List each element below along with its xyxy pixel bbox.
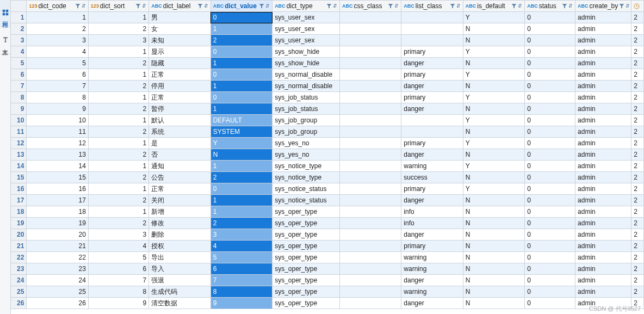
- cell-dict_type[interactable]: sys_oper_type: [273, 206, 340, 218]
- cell-create_tm[interactable]: 2: [631, 46, 644, 58]
- cell-dict_value[interactable]: 6: [210, 263, 272, 275]
- row-number-cell[interactable]: 24: [11, 275, 27, 286]
- cell-list_class[interactable]: warning: [401, 286, 463, 298]
- cell-dict_code[interactable]: 3: [27, 35, 88, 46]
- cell-dict_sort[interactable]: 1: [88, 46, 148, 58]
- cell-css_class[interactable]: [339, 161, 401, 172]
- table-row[interactable]: 21214授权4sys_oper_typeprimaryN0admin2: [11, 241, 644, 252]
- row-number-cell[interactable]: 22: [11, 252, 27, 263]
- cell-dict_label[interactable]: 隐藏: [149, 58, 210, 69]
- cell-dict_sort[interactable]: 2: [88, 103, 148, 115]
- cell-create_tm[interactable]: 2: [631, 195, 644, 206]
- cell-is_default[interactable]: Y: [463, 161, 524, 172]
- cell-dict_sort[interactable]: 1: [88, 138, 148, 149]
- table-row[interactable]: 333未知2sys_user_sexN0admin2: [11, 35, 644, 46]
- cell-create_by[interactable]: admin: [575, 126, 631, 138]
- cell-dict_code[interactable]: 5: [27, 58, 88, 69]
- cell-dict_value[interactable]: 1: [210, 206, 272, 218]
- cell-create_tm[interactable]: 2: [631, 103, 644, 115]
- cell-create_by[interactable]: admin: [575, 241, 631, 252]
- cell-dict_code[interactable]: 18: [27, 206, 88, 218]
- cell-list_class[interactable]: primary: [401, 241, 463, 252]
- cell-dict_type[interactable]: sys_oper_type: [273, 218, 340, 229]
- cell-dict_type[interactable]: sys_notice_type: [273, 161, 340, 172]
- table-row[interactable]: 881正常0sys_job_statusprimaryY0admin2: [11, 92, 644, 103]
- cell-dict_type[interactable]: sys_oper_type: [273, 241, 340, 252]
- cell-dict_code[interactable]: 26: [27, 298, 88, 309]
- cell-dict_code[interactable]: 8: [27, 92, 88, 103]
- table-row[interactable]: 20203删除3sys_oper_typedangerN0admin2: [11, 229, 644, 241]
- cell-dict_sort[interactable]: 6: [88, 263, 148, 275]
- cell-create_by[interactable]: admin: [575, 252, 631, 263]
- cell-create_by[interactable]: admin: [575, 263, 631, 275]
- cell-dict_type[interactable]: sys_yes_no: [273, 138, 340, 149]
- filter-icon[interactable]: [450, 3, 455, 9]
- cell-is_default[interactable]: N: [463, 58, 524, 69]
- cell-dict_label[interactable]: 正常: [149, 69, 210, 81]
- cell-create_by[interactable]: admin: [575, 206, 631, 218]
- column-header-dict_value[interactable]: ABCdict_value⇵: [210, 1, 272, 12]
- row-number-cell[interactable]: 21: [11, 241, 27, 252]
- cell-is_default[interactable]: Y: [463, 183, 524, 195]
- cell-dict_code[interactable]: 10: [27, 115, 88, 126]
- cell-is_default[interactable]: N: [463, 149, 524, 161]
- cell-dict_type[interactable]: sys_oper_type: [273, 286, 340, 298]
- row-number-cell[interactable]: 16: [11, 183, 27, 195]
- cell-dict_type[interactable]: sys_oper_type: [273, 229, 340, 241]
- sort-icon[interactable]: ⇵: [394, 3, 399, 9]
- cell-dict_code[interactable]: 2: [27, 23, 88, 35]
- cell-dict_label[interactable]: 系统: [149, 126, 210, 138]
- table-row[interactable]: 11112系统SYSTEMsys_job_groupN0admin2: [11, 126, 644, 138]
- cell-is_default[interactable]: N: [463, 23, 524, 35]
- cell-status[interactable]: 0: [525, 46, 575, 58]
- row-number-cell[interactable]: 13: [11, 149, 27, 161]
- cell-dict_code[interactable]: 16: [27, 183, 88, 195]
- cell-is_default[interactable]: N: [463, 206, 524, 218]
- cell-create_tm[interactable]: 2: [631, 69, 644, 81]
- cell-dict_sort[interactable]: 2: [88, 126, 148, 138]
- column-header-create_tm[interactable]: [631, 1, 644, 12]
- table-row[interactable]: 661正常0sys_normal_disableprimaryY0admin2: [11, 69, 644, 81]
- cell-status[interactable]: 0: [525, 35, 575, 46]
- sort-icon[interactable]: ⇵: [265, 3, 270, 9]
- cell-list_class[interactable]: danger: [401, 195, 463, 206]
- cell-list_class[interactable]: [401, 35, 463, 46]
- cell-css_class[interactable]: [339, 195, 401, 206]
- cell-dict_value[interactable]: 2: [210, 172, 272, 183]
- filter-icon[interactable]: [75, 3, 81, 9]
- cell-css_class[interactable]: [339, 275, 401, 286]
- cell-dict_type[interactable]: sys_normal_disable: [273, 81, 340, 92]
- cell-dict_code[interactable]: 4: [27, 46, 88, 58]
- cell-create_tm[interactable]: 2: [631, 23, 644, 35]
- cell-is_default[interactable]: N: [463, 286, 524, 298]
- cell-create_by[interactable]: admin: [575, 69, 631, 81]
- cell-dict_value[interactable]: DEFAULT: [210, 115, 272, 126]
- cell-dict_sort[interactable]: 1: [88, 161, 148, 172]
- cell-dict_sort[interactable]: 2: [88, 172, 148, 183]
- cell-dict_label[interactable]: 强退: [149, 275, 210, 286]
- cell-status[interactable]: 0: [525, 81, 575, 92]
- cell-dict_code[interactable]: 19: [27, 218, 88, 229]
- cell-create_by[interactable]: admin: [575, 161, 631, 172]
- table-row[interactable]: 15152公告2sys_notice_typesuccessN0admin2: [11, 172, 644, 183]
- cell-css_class[interactable]: [339, 138, 401, 149]
- cell-dict_label[interactable]: 否: [149, 149, 210, 161]
- cell-status[interactable]: 0: [525, 138, 575, 149]
- cell-status[interactable]: 0: [525, 183, 575, 195]
- cell-css_class[interactable]: [339, 69, 401, 81]
- cell-dict_value[interactable]: Y: [210, 138, 272, 149]
- cell-dict_label[interactable]: 正常: [149, 92, 210, 103]
- cell-dict_label[interactable]: 显示: [149, 46, 210, 58]
- filter-icon[interactable]: [135, 3, 141, 9]
- cell-dict_type[interactable]: sys_notice_type: [273, 172, 340, 183]
- cell-create_by[interactable]: admin: [575, 115, 631, 126]
- cell-dict_value[interactable]: 2: [210, 35, 272, 46]
- cell-dict_sort[interactable]: 1: [88, 92, 148, 103]
- sort-icon[interactable]: ⇵: [568, 3, 573, 9]
- cell-create_tm[interactable]: 2: [631, 241, 644, 252]
- cell-status[interactable]: 0: [525, 172, 575, 183]
- cell-list_class[interactable]: primary: [401, 183, 463, 195]
- table-row[interactable]: 19192修改2sys_oper_typeinfoN0admin2: [11, 218, 644, 229]
- table-row[interactable]: 18181新增1sys_oper_typeinfoN0admin2: [11, 206, 644, 218]
- cell-is_default[interactable]: N: [463, 241, 524, 252]
